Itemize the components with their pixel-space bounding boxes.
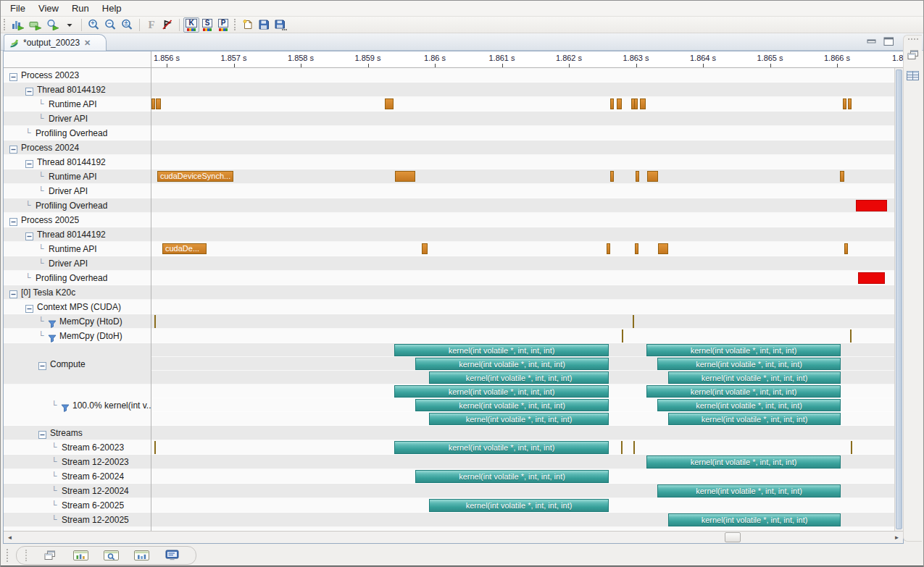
- kernel-bar[interactable]: kernel(int volatile *, int, int, int): [668, 413, 841, 425]
- tree-row-runtime-api[interactable]: └Runtime API: [4, 97, 151, 112]
- tree-row-profiling-overhead[interactable]: └Profiling Overhead: [4, 126, 151, 140]
- metrics-view-icon[interactable]: [131, 547, 151, 563]
- memcpy-tick[interactable]: [154, 315, 156, 328]
- collapse-toggle-icon[interactable]: [9, 143, 17, 151]
- kernel-bar[interactable]: kernel(int volatile *, int, int, int): [429, 371, 609, 384]
- memcpy-tick[interactable]: [622, 329, 623, 343]
- scroll-right-arrow-icon[interactable]: ►: [891, 532, 903, 543]
- kernel-bar[interactable]: kernel(int volatile *, int, int, int): [415, 358, 609, 370]
- tree-row-stream-6-20025[interactable]: └Stream 6-20025: [4, 498, 151, 513]
- tree-row-100-0-kernel-int-v[interactable]: └100.0% kernel(int v...: [4, 385, 151, 426]
- zoom-in-icon[interactable]: +: [86, 17, 102, 33]
- zoom-out-icon[interactable]: −: [102, 17, 119, 33]
- tree-row-runtime-api[interactable]: └Runtime API: [4, 169, 151, 184]
- tree-row-stream-12-20025[interactable]: └Stream 12-20025: [4, 513, 151, 527]
- tree-row-thread-80144192[interactable]: Thread 80144192: [4, 155, 151, 169]
- tree-row-stream-12-20023[interactable]: └Stream 12-20023: [4, 455, 151, 469]
- tab-output-20023[interactable]: *output_20023 ✕: [4, 34, 107, 51]
- tree-row-memcpy-htod[interactable]: └MemCpy (HtoD): [4, 314, 151, 329]
- kernel-bar[interactable]: kernel(int volatile *, int, int, int): [668, 371, 841, 384]
- kernel-bar[interactable]: kernel(int volatile *, int, int, int): [429, 499, 609, 512]
- tab-close-icon[interactable]: ✕: [84, 38, 91, 48]
- kernel-bar[interactable]: kernel(int volatile *, int, int, int): [646, 455, 841, 469]
- runtime-api-bar[interactable]: [634, 98, 638, 109]
- memcpy-tick[interactable]: [850, 329, 852, 343]
- runtime-api-bar[interactable]: [640, 98, 646, 109]
- tree-row-process-20025[interactable]: Process 20025: [4, 213, 151, 227]
- menu-view[interactable]: View: [32, 1, 65, 15]
- fit-letter-icon[interactable]: F: [143, 17, 159, 33]
- runtime-api-bar[interactable]: cudaDe...: [162, 243, 207, 254]
- profile-application-icon[interactable]: [9, 17, 27, 33]
- memcpy-tick[interactable]: [633, 441, 635, 454]
- runtime-api-bar[interactable]: [635, 243, 638, 254]
- runtime-api-bar[interactable]: [848, 98, 852, 109]
- horizontal-scrollbar-thumb[interactable]: [725, 532, 741, 542]
- kernel-bar[interactable]: kernel(int volatile *, int, int, int): [415, 470, 609, 483]
- kernel-bar[interactable]: kernel(int volatile *, int, int, int): [646, 344, 841, 356]
- collapse-toggle-icon[interactable]: [25, 230, 33, 238]
- collapse-toggle-icon[interactable]: [9, 216, 17, 224]
- tree-row-streams[interactable]: Streams: [4, 426, 151, 440]
- menu-file[interactable]: File: [4, 1, 32, 15]
- memcpy-tick[interactable]: [154, 441, 156, 454]
- kernel-bar[interactable]: kernel(int volatile *, int, int, int): [394, 441, 609, 454]
- restore-views-icon[interactable]: [40, 547, 60, 563]
- menu-run[interactable]: Run: [65, 1, 96, 15]
- tree-row-driver-api[interactable]: └Driver API: [4, 112, 151, 126]
- group-drag-handle[interactable]: [25, 550, 28, 561]
- runtime-api-bar[interactable]: [844, 243, 848, 254]
- panel-drag-handle[interactable]: [908, 38, 918, 41]
- collapse-toggle-icon[interactable]: [9, 288, 17, 296]
- collapse-toggle-icon[interactable]: [38, 429, 46, 437]
- save-all-icon[interactable]: [272, 17, 289, 33]
- minimize-view-icon[interactable]: [867, 36, 877, 49]
- tree-row-driver-api[interactable]: └Driver API: [4, 184, 151, 198]
- color-by-process-icon[interactable]: P: [215, 17, 231, 33]
- goto-marker-icon[interactable]: [159, 17, 175, 33]
- tree-row-stream-6-20023[interactable]: └Stream 6-20023: [4, 440, 151, 455]
- color-by-kernel-icon[interactable]: K: [183, 17, 199, 33]
- tree-row-driver-api[interactable]: └Driver API: [4, 256, 151, 271]
- vertical-scrollbar[interactable]: [894, 68, 903, 531]
- runtime-api-bar[interactable]: [151, 98, 155, 109]
- tree-row-context-mps-cuda[interactable]: Context MPS (CUDA): [4, 300, 151, 314]
- runtime-api-bar[interactable]: [647, 171, 658, 182]
- tree-row-0-tesla-k20c[interactable]: [0] Tesla K20c: [4, 285, 151, 300]
- inspect-dropdown-caret-icon[interactable]: [62, 17, 78, 33]
- tree-row-compute[interactable]: Compute: [4, 343, 151, 385]
- kernel-bar[interactable]: kernel(int volatile *, int, int, int): [646, 385, 841, 398]
- runtime-api-bar[interactable]: [156, 98, 161, 109]
- runtime-api-bar[interactable]: [658, 243, 668, 254]
- tree-row-process-20023[interactable]: Process 20023: [4, 68, 151, 83]
- collapse-toggle-icon[interactable]: [38, 360, 46, 368]
- restore-panel-icon[interactable]: [906, 49, 920, 62]
- details-view-icon[interactable]: [101, 547, 121, 563]
- collapse-toggle-icon[interactable]: [25, 85, 33, 93]
- console-view-icon[interactable]: [162, 547, 182, 563]
- kernel-bar[interactable]: kernel(int volatile *, int, int, int): [394, 385, 609, 398]
- vertical-scrollbar-thumb[interactable]: [896, 70, 902, 529]
- runtime-api-bar[interactable]: cudaDeviceSynch...: [157, 171, 233, 182]
- analysis-view-icon[interactable]: [70, 547, 91, 563]
- collapse-toggle-icon[interactable]: [25, 158, 33, 166]
- runtime-api-bar[interactable]: [636, 171, 639, 182]
- runtime-api-bar[interactable]: [610, 98, 614, 109]
- memcpy-tick[interactable]: [633, 315, 634, 328]
- properties-table-icon[interactable]: [906, 69, 920, 82]
- tree-row-profiling-overhead[interactable]: └Profiling Overhead: [4, 198, 151, 213]
- tree-row-runtime-api[interactable]: └Runtime API: [4, 242, 151, 256]
- menu-help[interactable]: Help: [96, 1, 128, 15]
- runtime-api-bar[interactable]: [385, 98, 394, 109]
- save-icon[interactable]: [256, 17, 272, 33]
- kernel-bar[interactable]: kernel(int volatile *, int, int, int): [657, 399, 841, 411]
- collapse-toggle-icon[interactable]: [25, 303, 33, 311]
- collapse-toggle-icon[interactable]: [9, 71, 17, 79]
- kernel-bar[interactable]: kernel(int volatile *, int, int, int): [668, 513, 841, 526]
- runtime-api-bar[interactable]: [843, 98, 846, 109]
- runtime-api-bar[interactable]: [617, 98, 622, 109]
- runtime-api-bar[interactable]: [610, 171, 614, 182]
- tree-row-thread-80144192[interactable]: Thread 80144192: [4, 83, 151, 97]
- runtime-api-bar[interactable]: [395, 171, 415, 182]
- bottom-drag-handle[interactable]: [7, 549, 9, 562]
